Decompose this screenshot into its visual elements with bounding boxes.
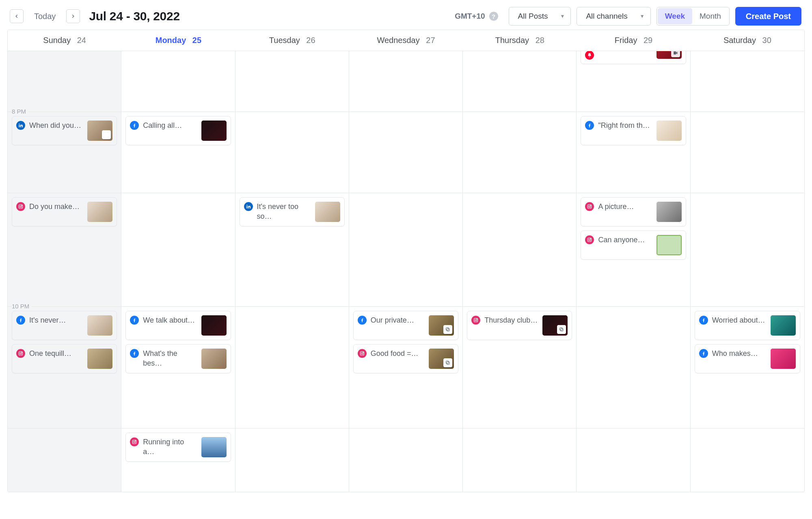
svg-rect-24: [447, 362, 450, 365]
channel-badges: [130, 349, 139, 358]
post-card[interactable]: Can anyone…: [581, 230, 686, 260]
prev-week-button[interactable]: [10, 9, 24, 23]
calendar-slot[interactable]: [691, 193, 804, 307]
calendar-slot[interactable]: [8, 429, 121, 492]
calendar-slot[interactable]: [235, 112, 349, 193]
calendar-slot[interactable]: "Right from th…: [577, 112, 690, 193]
date-range-title: Jul 24 - 30, 2022: [89, 9, 179, 23]
channel-badges: [244, 202, 253, 211]
calendar-slot[interactable]: [691, 429, 804, 492]
post-card[interactable]: A picture…: [581, 197, 686, 226]
calendar-slot[interactable]: [463, 112, 577, 193]
next-week-button[interactable]: [66, 9, 80, 23]
facebook-icon: [130, 121, 139, 130]
post-card[interactable]: We talk about…: [125, 311, 231, 340]
svg-point-15: [591, 239, 591, 239]
posts-filter-value: All Posts: [518, 12, 548, 21]
post-thumbnail: [429, 349, 454, 369]
calendar-body-scroll[interactable]: down,…8 PMWhen did you…Calling all…"Righ…: [8, 51, 804, 492]
time-row: 8 PMWhen did you…Calling all…"Right from…: [8, 112, 804, 193]
chevron-left-icon: [14, 13, 19, 19]
calendar-slot[interactable]: We talk about…What's the bes…: [121, 307, 235, 429]
post-card[interactable]: Do you make…: [12, 197, 117, 226]
calendar-slot[interactable]: down,…: [577, 51, 690, 112]
channels-filter-dropdown[interactable]: All channels ▼: [577, 7, 650, 26]
time-label: 10 PM: [12, 303, 32, 310]
calendar-slot[interactable]: [8, 51, 121, 112]
calendar-slot[interactable]: [349, 193, 463, 307]
calendar-slot[interactable]: [577, 307, 690, 429]
post-card[interactable]: Calling all…: [125, 116, 231, 145]
calendar-slot[interactable]: Thursday club…: [463, 307, 577, 429]
calendar-slot[interactable]: Do you make…: [8, 193, 121, 307]
help-icon[interactable]: ?: [489, 12, 498, 21]
post-card[interactable]: down,…: [581, 51, 686, 64]
posts-filter-dropdown[interactable]: All Posts ▼: [509, 7, 571, 26]
channel-badges: [130, 437, 139, 446]
calendar-slot[interactable]: It's never too so…: [235, 193, 349, 307]
calendar-slot[interactable]: [349, 51, 463, 112]
svg-rect-19: [447, 329, 450, 332]
calendar-slot[interactable]: [463, 51, 577, 112]
channel-badges: [16, 202, 25, 211]
channel-badges: [585, 121, 594, 130]
post-card[interactable]: Who makes…: [695, 344, 800, 373]
svg-point-17: [20, 353, 22, 354]
calendar-slot[interactable]: [349, 429, 463, 492]
post-card[interactable]: It's never too so…: [240, 197, 345, 226]
post-card[interactable]: Worried about…: [695, 311, 800, 340]
instagram-icon: [471, 316, 480, 325]
post-thumbnail: [87, 349, 112, 369]
calendar-slot[interactable]: 8 PMWhen did you…: [8, 112, 121, 193]
linkedin-icon: [244, 202, 253, 211]
create-post-button[interactable]: Create Post: [735, 7, 801, 26]
timezone-label: GMT+10: [455, 12, 485, 21]
post-thumbnail: [87, 315, 112, 336]
calendar-slot[interactable]: [235, 51, 349, 112]
linkedin-icon: [16, 121, 25, 130]
calendar-slot[interactable]: [463, 429, 577, 492]
calendar-slot[interactable]: [691, 112, 804, 193]
today-button[interactable]: Today: [28, 9, 62, 23]
calendar-slot[interactable]: [463, 193, 577, 307]
post-card[interactable]: It's never…: [12, 311, 117, 340]
post-card[interactable]: "Right from th…: [581, 116, 686, 145]
month-view-button[interactable]: Month: [692, 8, 728, 24]
time-row: down,…: [8, 51, 804, 112]
channel-badges: [130, 121, 139, 130]
instagram-icon: [130, 437, 139, 446]
day-number: 30: [762, 36, 771, 45]
calendar-slot[interactable]: Calling all…: [121, 112, 235, 193]
calendar-slot[interactable]: [121, 193, 235, 307]
calendar-slot[interactable]: Running into a…: [121, 429, 235, 492]
post-card[interactable]: Running into a…: [125, 433, 231, 462]
view-mode-toggle: Week Month: [657, 7, 730, 26]
post-card[interactable]: Thursday club…: [467, 311, 572, 340]
calendar-slot[interactable]: [235, 307, 349, 429]
calendar-slot[interactable]: [235, 429, 349, 492]
svg-point-23: [363, 352, 363, 353]
post-card[interactable]: Our private…: [353, 311, 458, 340]
post-card[interactable]: When did you…: [12, 116, 117, 145]
svg-point-18: [22, 352, 22, 353]
caret-down-icon: ▼: [560, 13, 565, 19]
post-thumbnail: [315, 202, 340, 222]
post-thumbnail: [201, 349, 227, 369]
video-icon: [671, 51, 680, 57]
calendar-slot[interactable]: Worried about…Who makes…: [691, 307, 804, 429]
calendar-slot[interactable]: [349, 112, 463, 193]
post-preview-text: Do you make…: [29, 202, 83, 211]
calendar-slot[interactable]: [121, 51, 235, 112]
svg-point-28: [477, 319, 477, 319]
week-view-button[interactable]: Week: [658, 8, 692, 24]
post-card[interactable]: What's the bes…: [125, 344, 231, 373]
calendar-slot[interactable]: [577, 429, 690, 492]
post-card[interactable]: Good food =…: [353, 344, 458, 373]
calendar-slot[interactable]: [691, 51, 804, 112]
calendar-slot[interactable]: Our private…Good food =…: [349, 307, 463, 429]
calendar-slot[interactable]: A picture…Can anyone…: [577, 193, 690, 307]
post-card[interactable]: One tequill…: [12, 344, 117, 373]
overlay-icon: [102, 130, 111, 139]
post-thumbnail: [771, 315, 796, 336]
calendar-slot[interactable]: 10 PMIt's never…One tequill…: [8, 307, 121, 429]
